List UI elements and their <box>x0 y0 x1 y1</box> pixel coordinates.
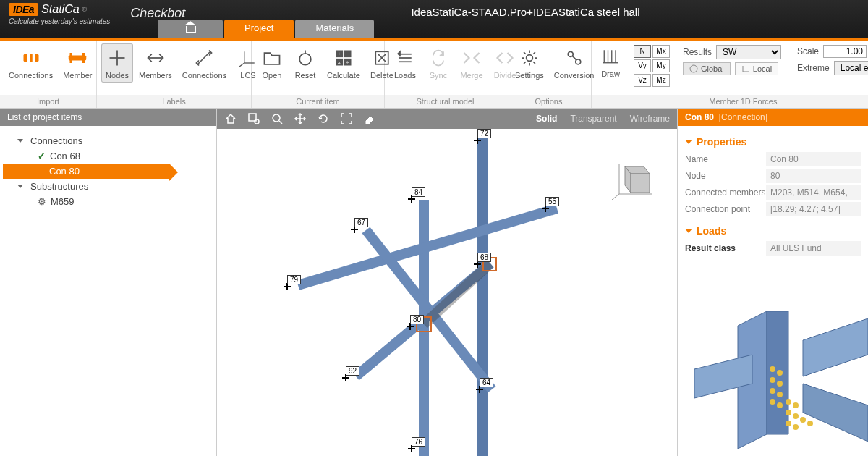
svg-point-73 <box>786 399 791 405</box>
svg-point-68 <box>777 381 783 387</box>
settings-label: Settings <box>515 71 544 80</box>
results-select[interactable]: SW <box>716 45 781 59</box>
section-properties[interactable]: Properties <box>685 136 861 148</box>
connections-icon <box>20 46 43 69</box>
tab-materials[interactable]: Materials <box>295 20 374 38</box>
orientation-cube[interactable] <box>612 158 655 201</box>
scale-input[interactable] <box>823 45 867 58</box>
ribbon-group-labels: Nodes Members Connections LCS Labels <box>97 41 252 108</box>
tree-connections-group[interactable]: Connections <box>3 133 213 148</box>
settings-button[interactable]: Settings <box>511 43 548 83</box>
result-class-value[interactable]: All ULS Fund <box>766 241 861 256</box>
extreme-select[interactable]: Local extre… <box>834 61 868 75</box>
import-member-label: Member <box>63 71 92 80</box>
axis-n-button[interactable]: N <box>634 45 651 58</box>
tree-item-con80[interactable]: Con 80 <box>3 164 169 179</box>
tree-item-m659[interactable]: ⚙M659 <box>3 194 213 209</box>
svg-rect-0 <box>23 54 38 62</box>
member1d-scale: Scale ExtremeLocal extre… <box>791 42 868 78</box>
reset-label: Reset <box>295 71 316 80</box>
tab-home[interactable] <box>158 20 223 38</box>
calculate-button[interactable]: +−×÷Calculate <box>323 43 365 83</box>
fit-button[interactable] <box>340 112 353 125</box>
tagline: Calculate yesterday's estimates <box>9 17 110 25</box>
caret-down-icon <box>685 229 692 233</box>
axis-my-button[interactable]: My <box>652 59 670 72</box>
labels-connections-button[interactable]: Connections <box>178 43 231 83</box>
axis-mx-button[interactable]: Mx <box>652 45 670 58</box>
members-label: Members <box>139 71 172 80</box>
prop-name-value[interactable]: Con 80 <box>766 152 861 166</box>
svg-line-43 <box>279 121 282 124</box>
loads-button[interactable]: Loads <box>389 43 421 83</box>
tree-substructures-group[interactable]: Substructures <box>3 179 213 194</box>
tab-project[interactable]: Project <box>224 20 294 38</box>
merge-button[interactable]: Merge <box>456 43 488 83</box>
svg-point-66 <box>777 370 783 376</box>
draw-button[interactable]: Draw <box>595 42 626 81</box>
statica-text: StatiCa <box>41 3 79 16</box>
caret-down-icon <box>17 185 23 188</box>
document-title: IdeaStatiCa-STAAD.Pro+IDEAStatiCa steel … <box>411 6 639 18</box>
labels-connections-label: Connections <box>182 71 226 80</box>
loads-icon <box>393 46 417 69</box>
mode-solid[interactable]: Solid <box>536 114 557 124</box>
node-label: 64 <box>480 378 493 387</box>
global-button[interactable]: Global <box>683 62 731 75</box>
ribbon-label-member1d: Member 1D Forces <box>592 95 868 108</box>
globe-icon <box>689 64 698 73</box>
sync-label: Sync <box>430 71 447 80</box>
svg-text:×: × <box>338 59 341 66</box>
axis-vz-button[interactable]: Vz <box>634 74 651 87</box>
ribbon-label-structural: Structural model <box>385 95 506 108</box>
pan-button[interactable] <box>294 112 307 125</box>
canvas-3d[interactable]: 72845567687980926476 <box>217 129 677 456</box>
import-connections-button[interactable]: Connections <box>4 43 57 83</box>
tree-item-con68[interactable]: ✓Con 68 <box>3 148 213 164</box>
connection-preview[interactable] <box>678 263 868 456</box>
labels-connections-icon <box>192 46 216 69</box>
axis-vy-button[interactable]: Vy <box>634 59 651 72</box>
zoom-button[interactable] <box>271 112 284 125</box>
local-button[interactable]: Local <box>735 62 778 75</box>
loads-label: Loads <box>394 71 416 80</box>
reset-button[interactable]: Reset <box>289 43 321 83</box>
node-label: 92 <box>346 366 359 376</box>
svg-point-69 <box>770 388 775 394</box>
prop-point: Connection point[18.29; 4.27; 4.57] <box>685 202 861 216</box>
check-icon: ✓ <box>38 151 46 161</box>
ribbon-label-current: Current item <box>252 95 384 108</box>
mode-wireframe[interactable]: Wireframe <box>630 114 670 124</box>
section-loads[interactable]: Loads <box>685 225 861 237</box>
viewport-toolbar: Solid Transparent Wireframe <box>217 109 677 129</box>
zoom-selection-button[interactable] <box>247 112 260 125</box>
svg-point-28 <box>527 55 533 62</box>
svg-line-59 <box>612 194 619 200</box>
prop-members: Connected membersM203, M514, M654, <box>685 185 861 200</box>
prop-result-class: Result classAll ULS Fund <box>685 241 861 256</box>
main-tabs: Project Materials <box>158 20 374 38</box>
sync-button[interactable]: Sync <box>422 43 454 83</box>
rotate-button[interactable] <box>317 112 330 125</box>
import-member-button[interactable]: Member <box>59 43 96 83</box>
nodes-button[interactable]: Nodes <box>101 43 133 83</box>
open-button[interactable]: Open <box>256 43 288 83</box>
idea-logo: IDEa <box>9 3 38 16</box>
gear-icon: ⚙ <box>38 196 46 207</box>
axis-mz-button[interactable]: Mz <box>652 74 670 87</box>
ribbon-label-labels: Labels <box>97 95 251 108</box>
viewport: Solid Transparent Wireframe <box>217 109 677 456</box>
ribbon-group-structural: Loads Sync Merge Divide Structural model <box>385 41 506 108</box>
node-label: 68 <box>477 253 491 262</box>
reset-icon <box>294 46 317 69</box>
members-button[interactable]: Members <box>135 43 176 83</box>
mode-transparent[interactable]: Transparent <box>570 114 616 124</box>
panel-subtitle: [Connection] <box>719 112 767 122</box>
project-tree: Connections ✓Con 68 Con 80 Substructures… <box>0 126 216 216</box>
home-view-button[interactable] <box>224 112 237 125</box>
eraser-button[interactable] <box>363 112 376 125</box>
sidebar: List of project items Connections ✓Con 6… <box>0 109 217 456</box>
prop-node: Node80 <box>685 169 861 183</box>
svg-point-37 <box>690 65 697 72</box>
panel-header: Con 80 [Connection] <box>678 109 868 126</box>
